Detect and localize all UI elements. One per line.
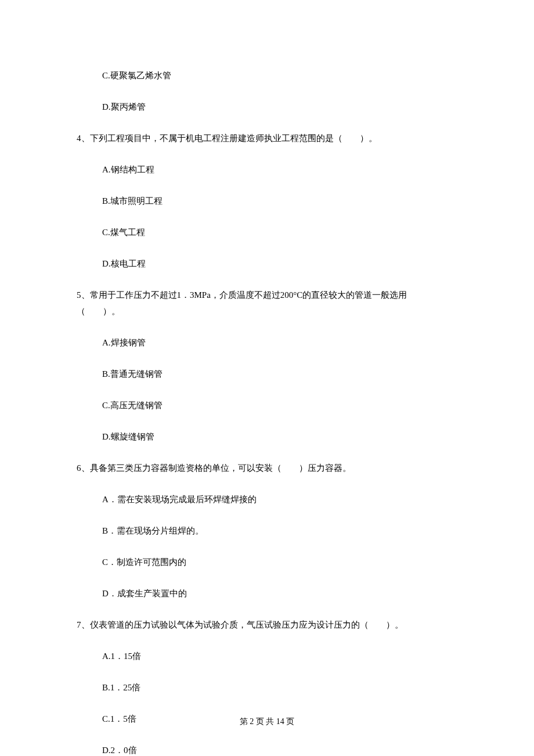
- q6-option-b: B．需在现场分片组焊的。: [77, 524, 457, 538]
- q7-stem: 7、仪表管道的压力试验以气体为试验介质，气压试验压力应为设计压力的（ ）。: [77, 618, 457, 632]
- q4-stem: 4、下列工程项目中，不属于机电工程注册建造师执业工程范围的是（ ）。: [77, 131, 457, 145]
- q5-option-c: C.高压无缝钢管: [77, 398, 457, 412]
- q4-option-a: A.钢结构工程: [77, 163, 457, 177]
- q4-option-d: D.核电工程: [77, 257, 457, 271]
- q5-stem-cont: （ ）。: [77, 304, 457, 318]
- q5-option-b: B.普通无缝钢管: [77, 367, 457, 381]
- q5-stem: 5、常用于工作压力不超过1．3MPa，介质温度不超过200°C的直径较大的管道一…: [77, 288, 457, 302]
- q3-option-c: C.硬聚氯乙烯水管: [77, 69, 457, 82]
- q7-option-a: A.1．15倍: [77, 649, 457, 663]
- q5-option-d: D.螺旋缝钢管: [77, 430, 457, 444]
- q6-option-d: D．成套生产装置中的: [77, 586, 457, 600]
- q6-option-a: A．需在安装现场完成最后环焊缝焊接的: [77, 492, 457, 506]
- q6-stem: 6、具备第三类压力容器制造资格的单位，可以安装（ ）压力容器。: [77, 461, 457, 475]
- q5-option-a: A.焊接钢管: [77, 336, 457, 350]
- page-footer: 第 2 页 共 14 页: [0, 715, 534, 728]
- q4-option-c: C.煤气工程: [77, 225, 457, 239]
- page-body: C.硬聚氯乙烯水管 D.聚丙烯管 4、下列工程项目中，不属于机电工程注册建造师执…: [0, 0, 534, 756]
- q7-option-b: B.1．25倍: [77, 681, 457, 694]
- q4-option-b: B.城市照明工程: [77, 194, 457, 208]
- q3-option-d: D.聚丙烯管: [77, 100, 457, 114]
- q6-option-c: C．制造许可范围内的: [77, 555, 457, 569]
- q7-option-d: D.2．0倍: [77, 743, 457, 756]
